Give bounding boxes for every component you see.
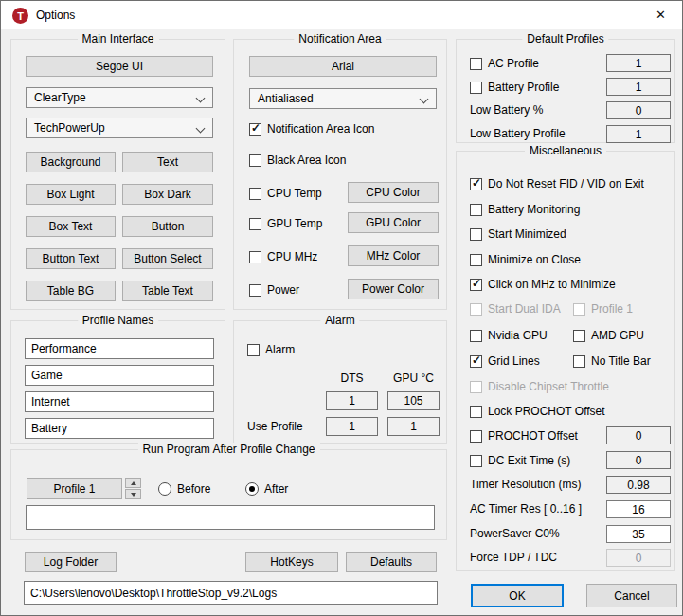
before-radio-row[interactable]: Before	[158, 481, 210, 497]
nvidia-gpu-checkbox-row[interactable]: Nvidia GPU	[470, 328, 548, 343]
log-path-field[interactable]	[24, 581, 438, 605]
checkbox-icon[interactable]	[470, 406, 482, 418]
checkbox-icon[interactable]	[249, 218, 261, 230]
radio-icon[interactable]	[245, 482, 259, 496]
checkbox-icon[interactable]	[249, 123, 261, 136]
alarm-checkbox-row[interactable]: Alarm	[247, 342, 295, 357]
notification-font-button[interactable]: Arial	[249, 56, 437, 77]
after-radio-row[interactable]: After	[245, 481, 288, 497]
group-run-program: Run Program After Profile Change Profile…	[10, 449, 447, 540]
mhz-color-button[interactable]: MHz Color	[348, 245, 439, 266]
radio-icon[interactable]	[158, 482, 171, 496]
powersaver-c0-value[interactable]: 35	[606, 525, 671, 543]
defaults-button[interactable]: Defaults	[346, 552, 437, 572]
power-color-button[interactable]: Power Color	[348, 279, 439, 299]
checkbox-icon[interactable]	[249, 251, 261, 263]
titlebar[interactable]: T Options ✕	[1, 1, 682, 29]
prochot-offset-value[interactable]: 0	[606, 426, 671, 444]
text-color-button[interactable]: Text	[122, 152, 213, 172]
battery-profile-checkbox-row[interactable]: Battery Profile	[470, 80, 559, 95]
run-program-command-input[interactable]	[26, 505, 435, 530]
group-title: Profile Names	[78, 314, 158, 327]
cpu-color-button[interactable]: CPU Color	[348, 182, 439, 203]
checkbox-icon[interactable]	[249, 284, 261, 297]
checkbox-icon[interactable]	[247, 344, 260, 356]
amd-gpu-checkbox-row[interactable]: AMD GPU	[573, 328, 644, 343]
checkbox-icon[interactable]	[470, 228, 482, 241]
cancel-button[interactable]: Cancel	[586, 584, 677, 607]
checkbox-icon[interactable]	[470, 58, 482, 70]
checkbox-icon[interactable]	[470, 455, 482, 467]
ac-timer-res-value[interactable]: 16	[606, 500, 671, 518]
box-light-button[interactable]: Box Light	[26, 184, 116, 205]
click-mhz-minimize-checkbox-row[interactable]: Click on MHz to Minimize	[470, 277, 616, 292]
interface-font-button[interactable]: Segoe UI	[26, 56, 213, 77]
profile-name-1-input[interactable]	[25, 338, 214, 359]
log-folder-button[interactable]: Log Folder	[25, 552, 117, 572]
low-battery-pct-value[interactable]: 0	[606, 101, 671, 119]
spinner-up-button[interactable]	[125, 478, 141, 488]
button-text-button[interactable]: Button Text	[26, 248, 116, 269]
power-checkbox-row[interactable]: Power	[249, 282, 299, 298]
checkbox-icon[interactable]	[470, 279, 482, 291]
run-program-profile-button[interactable]: Profile 1	[27, 478, 122, 499]
prochot-offset-checkbox-row[interactable]: PROCHOT Offset	[470, 428, 578, 444]
checkbox-icon[interactable]	[470, 82, 482, 94]
checkbox-icon[interactable]	[470, 330, 482, 342]
checkbox-icon[interactable]	[249, 154, 261, 167]
minimize-on-close-checkbox-row[interactable]: Minimize on Close	[470, 252, 581, 267]
checkbox-icon[interactable]	[470, 204, 482, 216]
table-bg-button[interactable]: Table BG	[26, 281, 116, 301]
box-dark-button[interactable]: Box Dark	[122, 184, 213, 205]
font-smoothing-dropdown[interactable]: ClearType	[26, 87, 213, 108]
do-not-reset-checkbox-row[interactable]: Do Not Reset FID / VID on Exit	[470, 176, 644, 191]
background-color-button[interactable]: Background	[26, 152, 116, 172]
battery-monitoring-checkbox-row[interactable]: Battery Monitoring	[470, 202, 580, 217]
low-battery-profile-value[interactable]: 1	[606, 125, 671, 143]
cpu-mhz-checkbox-row[interactable]: CPU MHz	[249, 249, 317, 264]
ac-profile-value[interactable]: 1	[606, 54, 671, 72]
lock-prochot-offset-checkbox-row[interactable]: Lock PROCHOT Offset	[470, 404, 605, 419]
profile-name-4-input[interactable]	[25, 418, 214, 439]
profile-spinner[interactable]	[125, 478, 141, 499]
profile-name-3-input[interactable]	[25, 391, 214, 412]
checkbox-icon[interactable]	[470, 430, 482, 443]
checkbox-label: AMD GPU	[591, 329, 644, 342]
notification-area-icon-checkbox-row[interactable]: Notification Area Icon	[249, 121, 374, 136]
battery-profile-value[interactable]: 1	[606, 78, 671, 96]
box-text-button[interactable]: Box Text	[26, 216, 116, 237]
no-title-bar-checkbox-row[interactable]: No Title Bar	[573, 353, 651, 369]
checkbox-icon[interactable]	[470, 254, 482, 266]
table-text-button[interactable]: Table Text	[122, 281, 213, 301]
spinner-down-button[interactable]	[125, 489, 141, 499]
hotkeys-button[interactable]: HotKeys	[245, 552, 338, 572]
dc-exit-time-value[interactable]: 0	[606, 451, 671, 469]
cpu-temp-checkbox-row[interactable]: CPU Temp	[249, 186, 322, 201]
group-alarm: Alarm Alarm DTS GPU °C 1 105 Use Profile…	[233, 320, 447, 444]
alarm-dts-value[interactable]: 1	[326, 391, 378, 410]
checkbox-icon[interactable]	[249, 188, 261, 200]
profile-name-2-input[interactable]	[25, 365, 214, 386]
force-tdp-tdc-value: 0	[606, 549, 671, 567]
app-icon: T	[12, 8, 28, 24]
button-select-button[interactable]: Button Select	[122, 248, 213, 269]
theme-dropdown[interactable]: TechPowerUp	[26, 118, 213, 138]
ac-profile-checkbox-row[interactable]: AC Profile	[470, 56, 539, 71]
checkbox-icon[interactable]	[573, 355, 585, 368]
black-area-icon-checkbox-row[interactable]: Black Area Icon	[249, 153, 346, 168]
alarm-gpu-value[interactable]: 105	[387, 391, 440, 410]
ok-button[interactable]: OK	[471, 584, 564, 607]
button-color-button[interactable]: Button	[122, 216, 213, 237]
start-minimized-checkbox-row[interactable]: Start Minimized	[470, 226, 566, 242]
checkbox-icon[interactable]	[470, 355, 482, 368]
use-profile-gpu-value[interactable]: 1	[387, 417, 440, 436]
checkbox-icon[interactable]	[470, 178, 482, 190]
use-profile-dts-value[interactable]: 1	[326, 417, 378, 436]
checkbox-icon[interactable]	[573, 330, 585, 342]
close-button[interactable]: ✕	[639, 1, 682, 28]
gpu-temp-checkbox-row[interactable]: GPU Temp	[249, 216, 322, 231]
grid-lines-checkbox-row[interactable]: Grid Lines	[470, 353, 540, 369]
gpu-color-button[interactable]: GPU Color	[348, 212, 439, 233]
dc-exit-time-checkbox-row[interactable]: DC Exit Time (s)	[470, 453, 570, 468]
render-mode-dropdown[interactable]: Antialiased	[249, 88, 437, 109]
